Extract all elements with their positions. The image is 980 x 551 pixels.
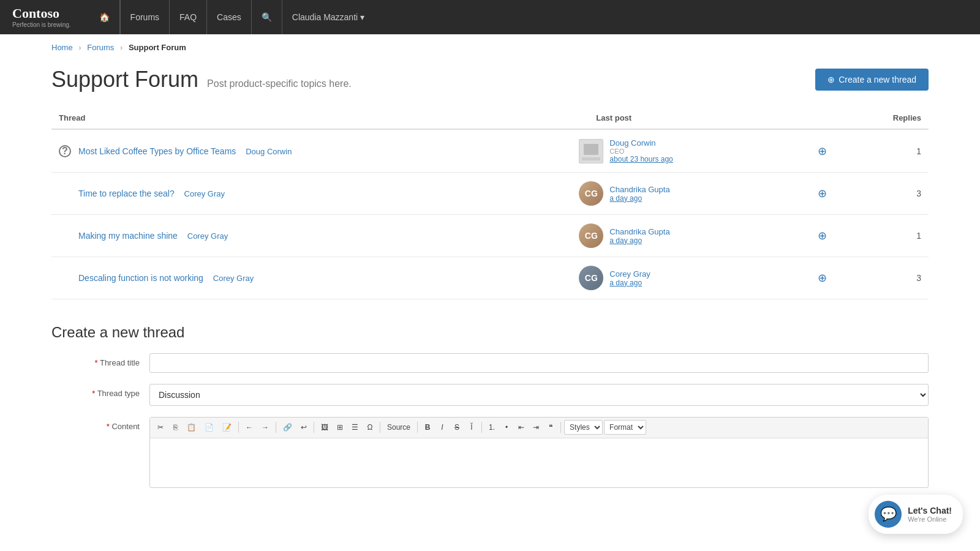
thread-title-group: * Thread title — [51, 353, 929, 373]
thread-author[interactable]: Corey Gray — [187, 231, 228, 241]
post-time[interactable]: a day ago — [609, 236, 669, 245]
toolbar-image[interactable]: 🖼 — [317, 420, 332, 435]
nav-cases[interactable]: Cases — [207, 0, 252, 34]
notify-icon[interactable]: ⊕ — [818, 145, 827, 157]
reply-count: 1 — [834, 129, 929, 173]
nav-faq[interactable]: FAQ — [170, 0, 207, 34]
toolbar-blockquote[interactable]: ❝ — [544, 420, 557, 435]
breadcrumb-sep-2: › — [120, 43, 123, 52]
last-post-cell: CG Chandrika Gupta a day ago — [579, 181, 802, 206]
toolbar-specialchar[interactable]: Ω — [363, 420, 377, 435]
col-notify — [810, 107, 834, 129]
forum-subtitle: Post product-specific topics here. — [207, 78, 352, 89]
toolbar-copy[interactable]: ⎘ — [168, 420, 182, 435]
thread-author[interactable]: Corey Gray — [184, 189, 225, 198]
main-content: Support Forum Post product-specific topi… — [0, 61, 980, 523]
toolbar-sep-1 — [238, 422, 239, 433]
reply-count: 3 — [834, 173, 929, 215]
last-post-cell: CG Chandrika Gupta a day ago — [579, 223, 802, 248]
thread-title-link[interactable]: Time to replace the seal? — [78, 189, 175, 198]
thread-type-label: * Thread type — [51, 384, 149, 398]
nav-links: Forums FAQ Cases — [120, 0, 252, 34]
post-time[interactable]: a day ago — [609, 194, 669, 203]
toolbar-sep-7 — [560, 422, 561, 433]
thread-title-link[interactable]: Most Liked Coffee Types by Office Teams — [78, 146, 236, 156]
col-replies: Replies — [834, 107, 929, 129]
toolbar-sep-3 — [314, 422, 314, 433]
toolbar-hr[interactable]: ☰ — [348, 420, 362, 435]
col-thread: Thread — [51, 107, 571, 129]
chat-widget[interactable]: 💬 Let's Chat! We're Online — [869, 495, 963, 523]
last-post-info: Chandrika Gupta a day ago — [609, 185, 669, 203]
user-menu[interactable]: Claudia Mazzanti ▾ — [292, 12, 364, 22]
toolbar-redo[interactable]: → — [258, 420, 273, 435]
breadcrumb-forums[interactable]: Forums — [87, 43, 114, 52]
notify-icon[interactable]: ⊕ — [818, 272, 827, 284]
chat-icon: 💬 — [875, 501, 902, 523]
forum-header: Support Forum Post product-specific topi… — [51, 67, 929, 92]
threads-table: Thread Last post Replies ?Most Liked Cof… — [51, 107, 929, 299]
toolbar-ul[interactable]: • — [500, 420, 513, 435]
table-row: Making my machine shine Corey Gray CG Ch… — [51, 215, 929, 257]
question-icon: ? — [59, 145, 71, 157]
toolbar-sep-5 — [417, 422, 418, 433]
table-row: ?Most Liked Coffee Types by Office Teams… — [51, 129, 929, 173]
toolbar-styles-select[interactable]: Styles — [564, 420, 603, 435]
thread-author[interactable]: Doug Corwin — [246, 147, 292, 156]
thread-author[interactable]: Corey Gray — [213, 274, 254, 283]
last-post-cell: Doug Corwin CEO about 23 hours ago — [579, 138, 802, 163]
toolbar-pastetext[interactable]: 📄 — [201, 420, 217, 435]
reply-count: 1 — [834, 215, 929, 257]
toolbar-undo[interactable]: ← — [242, 420, 257, 435]
required-marker: * — [95, 358, 100, 367]
toolbar-subscript[interactable]: Ĭ — [465, 420, 478, 435]
toolbar-strike[interactable]: S — [450, 420, 464, 435]
create-thread-label: Create a new thread — [839, 75, 916, 84]
svg-rect-0 — [584, 144, 598, 155]
toolbar-outdent[interactable]: ⇤ — [514, 420, 528, 435]
toolbar-italic[interactable]: I — [435, 420, 449, 435]
toolbar-indent[interactable]: ⇥ — [529, 420, 543, 435]
thread-title-link[interactable]: Making my machine shine — [78, 231, 178, 241]
toolbar-ol[interactable]: 1. — [485, 420, 499, 435]
toolbar-unlink[interactable]: ↩ — [297, 420, 311, 435]
brand-name: Contoso — [12, 7, 71, 20]
chat-title: Let's Chat! — [908, 506, 952, 515]
content-label: * Content — [51, 417, 149, 431]
toolbar-table[interactable]: ⊞ — [333, 420, 347, 435]
create-thread-heading: Create a new thread — [51, 324, 929, 341]
notify-icon[interactable]: ⊕ — [818, 230, 827, 242]
thread-title-input[interactable] — [149, 353, 929, 373]
thread-type-select[interactable]: Discussion Question Announcement — [149, 384, 929, 406]
chat-text: Let's Chat! We're Online — [908, 506, 952, 523]
toolbar-link[interactable]: 🔗 — [279, 420, 296, 435]
avatar: CG — [579, 223, 603, 248]
editor-toolbar: ✂ ⎘ 📋 📄 📝 ← → 🔗 ↩ 🖼 ⊞ ☰ Ω — [150, 418, 928, 438]
toolbar-cut[interactable]: ✂ — [154, 420, 167, 435]
last-post-cell: CG Corey Gray a day ago — [579, 266, 802, 290]
avatar: CG — [579, 181, 603, 206]
post-time[interactable]: a day ago — [609, 279, 650, 287]
search-icon[interactable]: 🔍 — [252, 0, 282, 34]
required-marker-2: * — [92, 389, 97, 398]
post-time[interactable]: about 23 hours ago — [609, 155, 673, 163]
brand-logo[interactable]: Contoso Perfection is brewing. — [12, 7, 71, 28]
toolbar-source[interactable]: Source — [383, 420, 414, 435]
nav-forums[interactable]: Forums — [120, 0, 170, 34]
toolbar-paste[interactable]: 📋 — [183, 420, 200, 435]
editor-content[interactable] — [150, 438, 928, 487]
breadcrumb-home[interactable]: Home — [51, 43, 73, 52]
editor-wrapper: ✂ ⎘ 📋 📄 📝 ← → 🔗 ↩ 🖼 ⊞ ☰ Ω — [149, 417, 929, 488]
notify-icon[interactable]: ⊕ — [818, 187, 827, 200]
toolbar-pastefromword[interactable]: 📝 — [219, 420, 235, 435]
table-row: Time to replace the seal? Corey Gray CG … — [51, 173, 929, 215]
create-thread-button[interactable]: ⊕ Create a new thread — [815, 69, 929, 91]
toolbar-bold[interactable]: B — [421, 420, 434, 435]
reply-count: 3 — [834, 257, 929, 299]
thread-title-link[interactable]: Descaling function is not working — [78, 273, 203, 283]
col-lastpost: Last post — [571, 107, 810, 129]
poster-name: Doug Corwin — [609, 138, 673, 148]
create-thread-plus-icon: ⊕ — [827, 75, 835, 84]
toolbar-format-select[interactable]: Format — [604, 420, 646, 435]
home-nav-icon[interactable]: 🏠 — [89, 0, 120, 34]
